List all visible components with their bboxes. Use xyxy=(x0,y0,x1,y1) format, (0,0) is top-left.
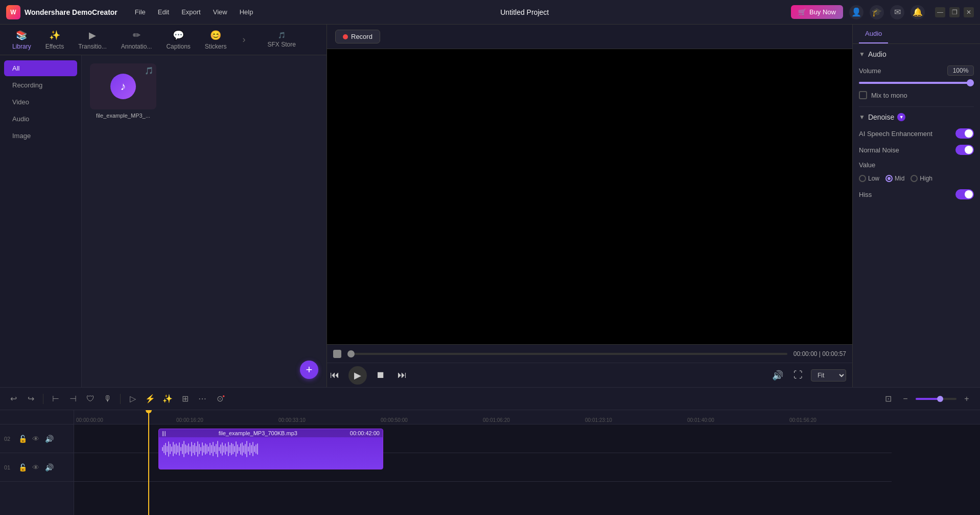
record-dot-indicator[interactable]: ● ⊙ xyxy=(213,392,227,406)
close-button[interactable]: ✕ xyxy=(964,7,974,17)
value-high[interactable]: High xyxy=(911,175,932,182)
ai-speech-toggle[interactable] xyxy=(955,128,974,139)
track-lock-02[interactable]: 🔓 xyxy=(17,434,28,444)
ruler-mark-0: 00:00:00:00 xyxy=(76,417,103,423)
toolbar-divider-1 xyxy=(43,394,43,404)
captions-icon: 💬 xyxy=(173,30,184,41)
zoom-select[interactable]: Fit 50% 75% 100% xyxy=(811,369,846,382)
menu-help[interactable]: Help xyxy=(235,6,259,18)
media-card[interactable]: ♪ 🎵 file_example_MP3_... xyxy=(90,63,156,119)
wave-bar xyxy=(162,447,163,451)
sidebar-item-image[interactable]: Image xyxy=(4,128,77,144)
radio-low-label: Low xyxy=(868,175,879,182)
zoom-out-button[interactable]: − xyxy=(898,392,913,406)
menu-view[interactable]: View xyxy=(208,6,232,18)
menu-file[interactable]: File xyxy=(130,6,151,18)
value-low[interactable]: Low xyxy=(859,175,879,182)
timeline-zoom-controls: ⊡ − + xyxy=(881,392,974,406)
sidebar-item-video[interactable]: Video xyxy=(4,94,77,110)
tab-annotations[interactable]: ✏ Annotatio... xyxy=(115,28,158,52)
volume-slider[interactable] xyxy=(859,82,974,84)
tab-effects[interactable]: ✨ Effects xyxy=(39,28,70,52)
sidebar-item-all[interactable]: All xyxy=(4,60,77,76)
volume-icon[interactable]: 🔊 xyxy=(770,368,785,383)
user-avatar[interactable]: 👤 xyxy=(849,5,864,19)
zoom-in-button[interactable]: + xyxy=(960,392,974,406)
minimize-button[interactable]: — xyxy=(935,7,945,17)
menu-edit[interactable]: Edit xyxy=(153,6,174,18)
ruler-mark-5: 00:01:23:10 xyxy=(585,417,612,423)
track-row-01 xyxy=(74,453,892,482)
track-mute-01[interactable]: 🔊 xyxy=(44,462,54,473)
sidebar-item-recording[interactable]: Recording xyxy=(4,77,77,93)
track-visible-01[interactable]: 👁 xyxy=(31,462,41,473)
track-mute-02[interactable]: 🔊 xyxy=(44,434,54,444)
effects-tool-button[interactable]: ✨ xyxy=(160,392,175,406)
normal-noise-toggle[interactable] xyxy=(955,145,974,155)
hiss-toggle[interactable] xyxy=(955,189,974,199)
sidebar-item-audio[interactable]: Audio xyxy=(4,111,77,127)
play-button[interactable]: ▶ xyxy=(348,366,367,385)
mix-to-mono-checkbox[interactable] xyxy=(859,91,867,99)
scrubber-left-thumb[interactable] xyxy=(333,350,341,358)
restore-button[interactable]: ❐ xyxy=(949,7,960,17)
ruler-marks: 00:00:00:00 00:00:16:20 00:00:33:10 00:0… xyxy=(74,410,980,424)
redo-button[interactable]: ↪ xyxy=(24,392,38,406)
tab-captions[interactable]: 💬 Captions xyxy=(160,28,196,52)
mail-icon[interactable]: ✉ xyxy=(890,5,904,19)
zoom-slider[interactable] xyxy=(916,398,956,400)
tab-library[interactable]: 📚 Library xyxy=(6,28,37,52)
scrubber-track[interactable] xyxy=(347,353,787,355)
tab-transitions[interactable]: ▶ Transitio... xyxy=(72,28,113,52)
buy-now-icon: 🛒 xyxy=(798,8,806,16)
record-button[interactable]: Record xyxy=(335,30,380,43)
fullscreen-button[interactable]: ⛶ xyxy=(790,368,806,383)
radio-high[interactable] xyxy=(911,175,918,182)
denoise-section-header[interactable]: ▼ Denoise ▼ xyxy=(859,113,974,121)
tab-sfx-store[interactable]: 🎵 SFX Store xyxy=(262,30,302,50)
protect-button[interactable]: 🛡 xyxy=(83,392,98,406)
tabs-bar: 📚 Library ✨ Effects ▶ Transitio... ✏ Ann… xyxy=(0,25,326,55)
annotations-icon: ✏ xyxy=(133,30,141,41)
zoom-slider-fill xyxy=(916,398,940,400)
volume-slider-thumb[interactable] xyxy=(967,79,974,86)
timeline-area: 02 🔓 👁 🔊 01 🔓 👁 🔊 00:00:00:00 00:00:16:2… xyxy=(0,410,980,515)
split-button[interactable]: ⊢ xyxy=(49,392,63,406)
wave-bar xyxy=(232,444,234,454)
crop-button[interactable]: ⊞ xyxy=(178,392,192,406)
zoom-slider-thumb[interactable] xyxy=(937,396,943,402)
radio-mid[interactable] xyxy=(885,175,893,182)
undo-button[interactable]: ↩ xyxy=(6,392,20,406)
add-media-button[interactable]: + xyxy=(300,361,318,379)
value-mid[interactable]: Mid xyxy=(885,175,904,182)
tab-stickers[interactable]: 😊 Stickers xyxy=(199,28,233,52)
radio-low[interactable] xyxy=(859,175,866,182)
timeline-tracks[interactable]: 00:00:00:00 00:00:16:20 00:00:33:10 00:0… xyxy=(74,410,980,515)
media-thumbnail: ♪ 🎵 xyxy=(90,63,156,109)
menu-export[interactable]: Export xyxy=(176,6,206,18)
track-lock-01[interactable]: 🔓 xyxy=(17,462,28,473)
buy-now-button[interactable]: 🛒 Buy Now xyxy=(791,5,843,19)
track-label-02: 02 🔓 👁 🔊 xyxy=(0,424,74,453)
step-forward-button[interactable]: ⏭ xyxy=(394,368,410,383)
tab-audio-settings[interactable]: Audio xyxy=(859,25,888,43)
voice-record-button[interactable]: 🎙 xyxy=(101,392,115,406)
trim-button[interactable]: ⊣ xyxy=(66,392,80,406)
track-visible-02[interactable]: 👁 xyxy=(31,434,41,444)
preview-area xyxy=(327,49,852,344)
audio-section-header[interactable]: ▼ Audio xyxy=(859,50,974,58)
more-tools-button[interactable]: ⋯ xyxy=(195,392,209,406)
wave-bar xyxy=(174,444,175,454)
denoise-pro-badge: ▼ xyxy=(897,113,905,121)
education-icon[interactable]: 🎓 xyxy=(870,5,884,19)
fit-timeline-button[interactable]: ⊡ xyxy=(881,392,895,406)
volume-value[interactable]: 100% xyxy=(947,65,974,76)
notification-icon[interactable]: 🔔 xyxy=(911,5,925,19)
tabs-more-button[interactable]: › xyxy=(237,33,251,47)
stop-button[interactable]: ⏹ xyxy=(373,368,388,383)
speed-button[interactable]: ⚡ xyxy=(143,392,157,406)
volume-slider-row xyxy=(859,82,974,84)
motion-button[interactable]: ▷ xyxy=(126,392,140,406)
step-back-button[interactable]: ⏮ xyxy=(327,368,342,383)
scrubber-thumb[interactable] xyxy=(347,350,355,357)
